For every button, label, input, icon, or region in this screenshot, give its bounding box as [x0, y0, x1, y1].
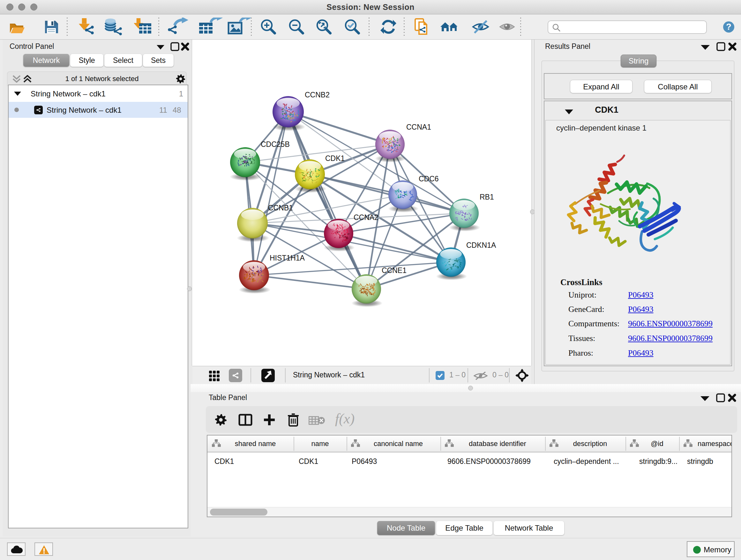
svg-text:CDC6: CDC6 [419, 175, 439, 183]
svg-text:CCNA1: CCNA1 [406, 123, 431, 131]
svg-text:CCNB2: CCNB2 [305, 91, 330, 99]
svg-text:CCNA2: CCNA2 [354, 213, 379, 222]
svg-text:HIST1H1A: HIST1H1A [270, 254, 305, 262]
svg-text:RB1: RB1 [480, 193, 494, 201]
svg-text:CDK1: CDK1 [325, 154, 345, 163]
svg-text:CDKN1A: CDKN1A [466, 241, 496, 249]
svg-text:CCNE1: CCNE1 [382, 266, 407, 274]
svg-text:CDC25B: CDC25B [261, 140, 290, 148]
svg-text:CCNB1: CCNB1 [268, 204, 293, 212]
